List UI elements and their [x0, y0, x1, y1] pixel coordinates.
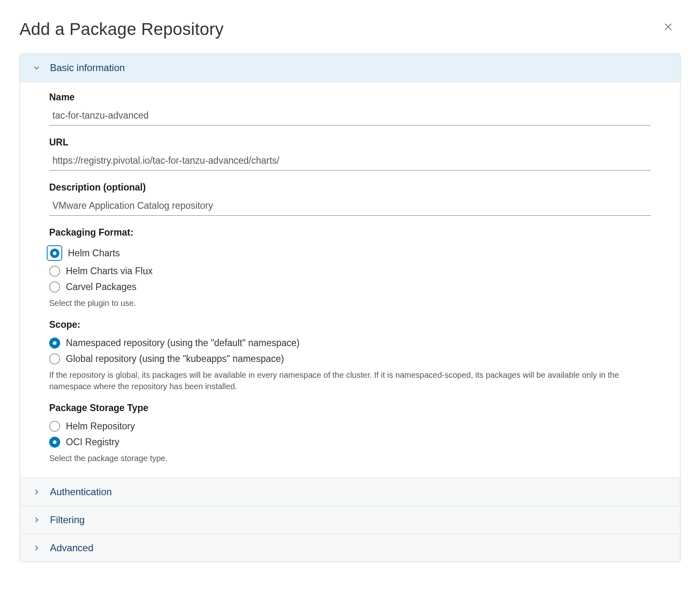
field-name: Name: [49, 92, 651, 126]
radio-icon: [50, 249, 59, 258]
field-url: URL: [49, 137, 651, 171]
radio-label: Namespaced repository (using the "defaul…: [66, 338, 300, 349]
radio-icon: [49, 338, 60, 349]
radio-label: OCI Registry: [66, 437, 120, 448]
section-body-basic-information: Name URL Description (optional) Packagin…: [20, 82, 680, 478]
name-label: Name: [49, 92, 651, 103]
radio-icon: [49, 437, 60, 448]
section-advanced: Advanced: [20, 534, 680, 562]
storage-helper-text: Select the package storage type.: [49, 453, 651, 464]
group-packaging-format: Packaging Format: Helm Charts Helm Chart…: [49, 227, 651, 309]
scope-label: Scope:: [49, 319, 651, 330]
radio-icon: [49, 421, 60, 432]
radio-helm-charts[interactable]: Helm Charts: [49, 243, 651, 263]
radio-helm-repository[interactable]: Helm Repository: [49, 418, 651, 434]
chevron-right-icon: [32, 544, 41, 552]
section-title: Basic information: [50, 62, 125, 74]
name-input[interactable]: [49, 107, 651, 126]
packaging-format-label: Packaging Format:: [49, 227, 651, 238]
radio-icon: [49, 266, 60, 277]
chevron-right-icon: [32, 487, 41, 496]
section-title: Authentication: [50, 486, 112, 498]
radio-icon: [49, 282, 60, 292]
field-description: Description (optional): [49, 182, 651, 216]
radio-label: Global repository (using the "kubeapps" …: [66, 353, 284, 364]
radio-oci-registry[interactable]: OCI Registry: [49, 434, 651, 450]
radio-global-repository[interactable]: Global repository (using the "kubeapps" …: [49, 351, 651, 367]
close-button[interactable]: [661, 19, 676, 34]
chevron-right-icon: [32, 515, 41, 524]
radio-label: Helm Charts: [68, 248, 120, 259]
radio-icon: [49, 353, 60, 364]
group-package-storage-type: Package Storage Type Helm Repository OCI…: [49, 403, 651, 464]
section-authentication: Authentication: [20, 478, 680, 506]
close-icon: [663, 22, 674, 32]
section-title: Filtering: [50, 514, 85, 526]
accordion: Basic information Name URL Description (…: [20, 54, 680, 562]
section-basic-information: Basic information Name URL Description (…: [20, 54, 680, 478]
group-scope: Scope: Namespaced repository (using the …: [49, 319, 651, 392]
section-title: Advanced: [50, 542, 93, 554]
section-filtering: Filtering: [20, 506, 680, 534]
radio-label: Helm Charts via Flux: [66, 266, 152, 277]
storage-type-label: Package Storage Type: [49, 403, 651, 414]
scope-helper-text: If the repository is global, its package…: [49, 369, 651, 392]
radio-carvel-packages[interactable]: Carvel Packages: [49, 279, 651, 295]
section-header-authentication[interactable]: Authentication: [20, 478, 680, 506]
section-header-advanced[interactable]: Advanced: [20, 534, 680, 562]
description-label: Description (optional): [49, 182, 651, 193]
radio-focus-ring: [47, 245, 62, 261]
url-input[interactable]: [49, 152, 651, 171]
url-label: URL: [49, 137, 651, 148]
section-header-basic-information[interactable]: Basic information: [20, 54, 680, 82]
chevron-down-icon: [32, 63, 41, 72]
description-input[interactable]: [49, 197, 651, 216]
radio-label: Helm Repository: [66, 421, 135, 432]
radio-namespaced-repository[interactable]: Namespaced repository (using the "defaul…: [49, 335, 651, 351]
modal-title: Add a Package Repository: [20, 19, 680, 39]
packaging-helper-text: Select the plugin to use.: [49, 297, 651, 309]
radio-label: Carvel Packages: [66, 282, 137, 292]
add-package-repository-modal: Add a Package Repository Basic informati…: [0, 0, 700, 582]
radio-helm-charts-flux[interactable]: Helm Charts via Flux: [49, 263, 651, 279]
section-header-filtering[interactable]: Filtering: [20, 506, 680, 534]
